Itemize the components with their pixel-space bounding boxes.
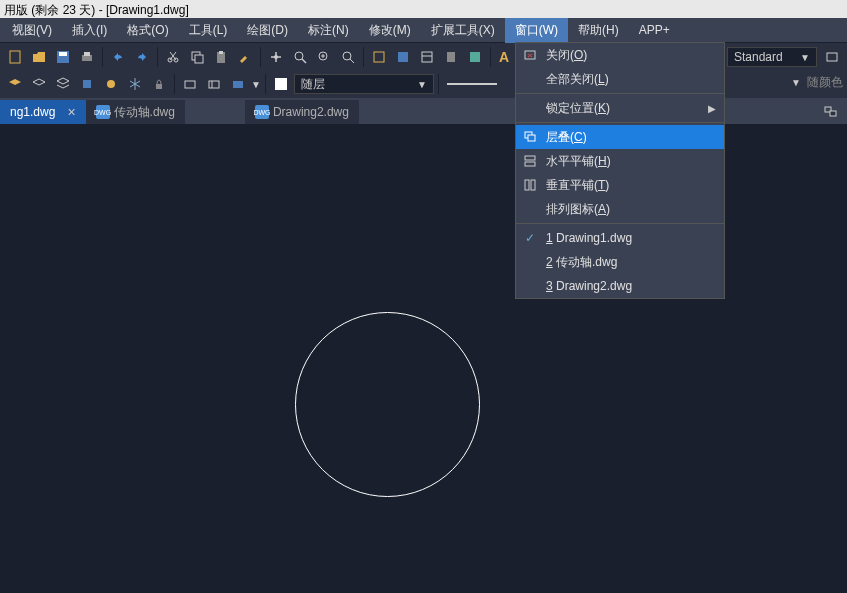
svg-point-12: [295, 52, 303, 60]
cascade-icon: [522, 129, 538, 145]
save-icon[interactable]: [52, 46, 74, 68]
dim-style-combo[interactable]: Standard ▼: [727, 47, 817, 67]
palette-icon[interactable]: [464, 46, 486, 68]
dwg-icon: DWG: [96, 105, 110, 119]
tile-v-icon: [522, 177, 538, 193]
svg-rect-22: [156, 84, 162, 89]
menu-app[interactable]: APP+: [629, 19, 680, 41]
svg-point-14: [343, 52, 351, 60]
menu-tile-vertical[interactable]: 垂直平铺(T): [516, 173, 724, 197]
menu-view[interactable]: 视图(V): [2, 18, 62, 43]
tab-overflow-icon[interactable]: [815, 100, 847, 124]
dim-update-icon[interactable]: [821, 46, 843, 68]
svg-point-11: [274, 55, 278, 59]
svg-rect-33: [525, 156, 535, 160]
match-icon[interactable]: [234, 46, 256, 68]
menu-modify[interactable]: 修改(M): [359, 18, 421, 43]
menu-doc-3[interactable]: 3 Drawing2.dwg: [516, 274, 724, 298]
title-bar: 用版 (剩余 23 天) - [Drawing1.dwg]: [0, 0, 847, 18]
svg-rect-0: [10, 51, 20, 63]
dim-style-label: Standard: [734, 50, 783, 64]
tab-drawing1[interactable]: ng1.dwg ×: [0, 100, 86, 124]
menu-doc-1[interactable]: ✓ 1 Drawing1.dwg: [516, 226, 724, 250]
close-icon[interactable]: ×: [67, 104, 75, 120]
svg-rect-32: [528, 135, 535, 141]
svg-rect-27: [827, 53, 837, 61]
svg-rect-29: [830, 111, 836, 116]
layer-combo-label: 随层: [301, 76, 325, 93]
submenu-arrow-icon: ▶: [708, 103, 716, 114]
checkmark-icon: ✓: [522, 230, 538, 246]
svg-rect-34: [525, 162, 535, 166]
menu-insert[interactable]: 插入(I): [62, 18, 117, 43]
tab-drawing2[interactable]: DWG Drawing2.dwg: [245, 100, 359, 124]
svg-rect-35: [525, 180, 529, 190]
menu-lock-position[interactable]: 锁定位置(K) ▶: [516, 96, 724, 120]
color-label: 随颜色: [807, 74, 843, 91]
svg-rect-4: [84, 52, 90, 56]
layer-lock-icon[interactable]: [148, 73, 170, 95]
svg-rect-8: [195, 55, 203, 63]
menu-close[interactable]: 关闭(O): [516, 43, 724, 67]
layer-prev-icon[interactable]: [28, 73, 50, 95]
layer-freeze-icon[interactable]: [124, 73, 146, 95]
menu-window[interactable]: 窗口(W): [505, 18, 568, 43]
close-window-icon: [522, 47, 538, 63]
menu-cascade[interactable]: 层叠(C): [516, 125, 724, 149]
tile-h-icon: [522, 153, 538, 169]
layer-state-icon[interactable]: [52, 73, 74, 95]
color-dropdown-arrow[interactable]: ▼: [791, 77, 801, 88]
svg-rect-20: [83, 80, 91, 88]
layer-iso-icon[interactable]: [76, 73, 98, 95]
toolpalette-icon[interactable]: [416, 46, 438, 68]
svg-rect-24: [209, 81, 219, 88]
tab-label: Drawing2.dwg: [273, 105, 349, 119]
color-swatch-icon[interactable]: [270, 73, 292, 95]
menu-arrange-icons[interactable]: 排列图标(A): [516, 197, 724, 221]
menu-doc-2[interactable]: 2 传动轴.dwg: [516, 250, 724, 274]
layer-off-icon[interactable]: [100, 73, 122, 95]
designcenter-icon[interactable]: [392, 46, 414, 68]
text-style-icon[interactable]: A: [499, 49, 509, 65]
zoom-icon[interactable]: [289, 46, 311, 68]
zoom-prev-icon[interactable]: [337, 46, 359, 68]
circle-shape[interactable]: [295, 312, 480, 497]
menu-extension[interactable]: 扩展工具(X): [421, 18, 505, 43]
layer-combo[interactable]: 随层 ▼: [294, 74, 434, 94]
svg-rect-23: [185, 81, 195, 88]
dropdown-arrow-icon[interactable]: ▼: [251, 79, 261, 90]
menu-annotate[interactable]: 标注(N): [298, 18, 359, 43]
svg-point-21: [107, 80, 115, 88]
cut-icon[interactable]: [162, 46, 184, 68]
svg-rect-2: [59, 52, 67, 56]
block-icon-1[interactable]: [179, 73, 201, 95]
menu-draw[interactable]: 绘图(D): [237, 18, 298, 43]
menu-close-all[interactable]: 全部关闭(L): [516, 67, 724, 91]
block-icon-2[interactable]: [203, 73, 225, 95]
dwg-icon: DWG: [255, 105, 269, 119]
menu-help[interactable]: 帮助(H): [568, 18, 629, 43]
new-icon[interactable]: [4, 46, 26, 68]
print-icon[interactable]: [76, 46, 98, 68]
menu-tile-horizontal[interactable]: 水平平铺(H): [516, 149, 724, 173]
redo-icon[interactable]: [131, 46, 153, 68]
tab-chuandongzhou[interactable]: DWG 传动轴.dwg: [86, 100, 185, 124]
menu-format[interactable]: 格式(O): [117, 18, 178, 43]
calc-icon[interactable]: [440, 46, 462, 68]
title-text: 用版 (剩余 23 天) - [Drawing1.dwg]: [4, 3, 189, 17]
window-menu-dropdown: 关闭(O) 全部关闭(L) 锁定位置(K) ▶ 层叠(C) 水平平铺(H) 垂直…: [515, 42, 725, 299]
menu-bar: 视图(V) 插入(I) 格式(O) 工具(L) 绘图(D) 标注(N) 修改(M…: [0, 18, 847, 42]
zoom-window-icon[interactable]: [313, 46, 335, 68]
layer-icon[interactable]: [4, 73, 26, 95]
properties-icon[interactable]: [368, 46, 390, 68]
paste-icon[interactable]: [210, 46, 232, 68]
menu-tools[interactable]: 工具(L): [179, 18, 238, 43]
svg-rect-36: [531, 180, 535, 190]
open-icon[interactable]: [28, 46, 50, 68]
undo-icon[interactable]: [107, 46, 129, 68]
copy-icon[interactable]: [186, 46, 208, 68]
block-icon-3[interactable]: [227, 73, 249, 95]
pan-icon[interactable]: [265, 46, 287, 68]
svg-rect-16: [398, 52, 408, 62]
lineweight-preview: [447, 83, 497, 85]
